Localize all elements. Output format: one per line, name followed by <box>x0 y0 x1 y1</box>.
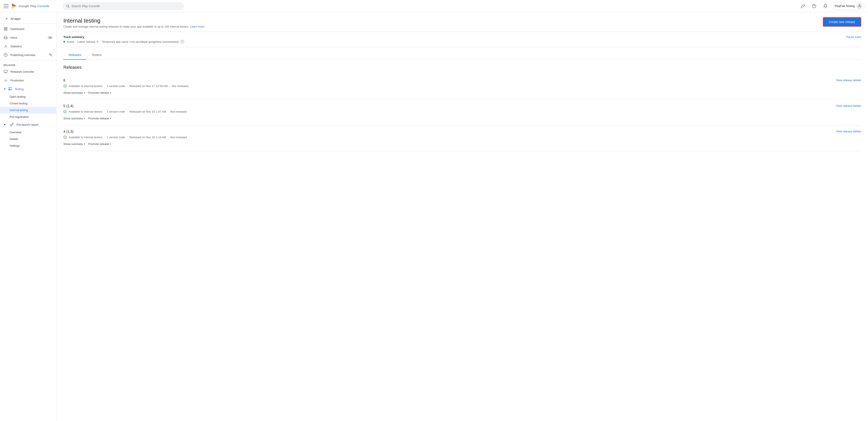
search-input[interactable] <box>71 4 181 8</box>
releases-overview-icon <box>3 69 8 74</box>
release-date: Released on Nov 16 1:47 AM <box>129 110 166 113</box>
pause-track-link[interactable]: Pause track <box>846 35 861 39</box>
user-name: PlayFab Testing <box>835 4 855 8</box>
view-release-details-link-3[interactable]: View release details <box>836 130 861 133</box>
learn-more-link[interactable]: Learn more <box>190 25 204 28</box>
sidebar-item-pre-launch[interactable]: ▼ Pre-launch report <box>0 120 56 129</box>
status-check-icon <box>63 84 67 88</box>
chevron-down-icon: ▾ <box>84 92 85 94</box>
chevron-down-icon: ▾ <box>84 117 85 120</box>
show-summary-button-3[interactable]: Show summary ▾ <box>63 141 85 147</box>
svg-point-8 <box>859 5 860 6</box>
sidebar-item-dashboard[interactable]: Dashboard <box>0 25 56 33</box>
release-status: Available to internal testers · 1 versio… <box>63 84 861 88</box>
svg-rect-11 <box>6 27 7 28</box>
track-info: Active · Latest release: 6 · Temporary a… <box>63 40 861 43</box>
sidebar-item-details[interactable]: Details <box>0 136 56 142</box>
sidebar-item-production[interactable]: Production <box>0 76 56 85</box>
page-title: Internal testing <box>63 18 205 24</box>
sidebar-item-publishing-overview[interactable]: Publishing overview <box>0 51 56 59</box>
track-active-dot <box>63 41 65 42</box>
google-play-logo-icon <box>11 3 18 9</box>
hamburger-menu-icon[interactable] <box>3 3 9 9</box>
sidebar-item-label: Inbox <box>10 36 18 39</box>
sidebar-item-inbox[interactable]: Inbox 10 <box>0 33 56 42</box>
pre-launch-expand-arrow-icon: ▼ <box>3 123 6 126</box>
search-bar[interactable] <box>63 2 184 10</box>
overview-label: Overview <box>9 131 21 134</box>
tab-testers[interactable]: Testers <box>86 51 106 60</box>
show-summary-button-2[interactable]: Show summary ▾ <box>63 116 85 121</box>
promote-release-button-1[interactable]: Promote release ▾ <box>88 90 111 95</box>
release-actions: Show summary ▾ Promote release ▾ <box>63 141 861 147</box>
release-version-code: 1 version code <box>106 110 125 113</box>
promote-release-button-2[interactable]: Promote release ▾ <box>88 116 111 121</box>
release-date: Released on Nov 16 1:14 AM <box>129 136 166 139</box>
sidebar-item-testing[interactable]: ▼ Testing <box>0 85 56 93</box>
svg-rect-20 <box>4 70 7 72</box>
sidebar-item-open-testing[interactable]: Open testing <box>0 93 56 100</box>
inbox-icon <box>3 35 8 40</box>
link-icon-btn[interactable] <box>799 2 807 10</box>
user-chip[interactable]: PlayFab Testing <box>833 2 865 10</box>
page-header: Internal testing Create and manage inter… <box>63 18 861 28</box>
release-review-status: Not reviewed <box>170 110 187 113</box>
sidebar-item-overview[interactable]: Overview <box>0 129 56 136</box>
tab-releases[interactable]: Releases <box>63 51 86 60</box>
track-info-icon[interactable]: ? <box>181 40 184 43</box>
track-status: Active <box>66 40 74 43</box>
show-summary-button-1[interactable]: Show summary ▾ <box>63 90 85 95</box>
notifications-icon-btn[interactable] <box>822 2 829 10</box>
help-icon-btn[interactable] <box>810 2 818 10</box>
track-summary-title: Track summary <box>63 35 84 39</box>
release-item: 4 (1.3) View release details Available t… <box>63 125 861 151</box>
details-label: Details <box>9 137 18 141</box>
open-testing-label: Open testing <box>9 95 26 98</box>
sidebar-item-label: Dashboard <box>10 27 24 31</box>
back-arrow-icon <box>5 17 9 21</box>
release-item: 6 View release details Available to inte… <box>63 74 861 100</box>
status-check-icon <box>63 135 67 139</box>
track-summary-header: Track summary Pause track <box>63 35 861 39</box>
sidebar-item-label: Releases overview <box>10 70 34 73</box>
promote-release-button-3[interactable]: Promote release ▾ <box>88 141 111 147</box>
chevron-down-icon: ▾ <box>110 143 111 145</box>
svg-point-4 <box>67 5 69 7</box>
sidebar-item-label: Pre-launch report <box>17 123 38 126</box>
notifications-icon <box>823 4 828 8</box>
svg-marker-2 <box>12 6 17 9</box>
track-latest-release: Latest release: 6 <box>78 40 98 43</box>
sidebar-item-internal-testing[interactable]: Internal testing <box>0 107 56 114</box>
publishing-overview-icon <box>3 53 8 57</box>
release-version: 4 (1.3) <box>63 130 73 134</box>
pre-launch-icon <box>9 122 14 127</box>
release-status-text: Available to internal testers <box>69 136 102 139</box>
publishing-overview-alert-icon <box>49 53 53 57</box>
tabs: Releases Testers <box>63 51 861 60</box>
testing-expand-arrow-icon: ▼ <box>3 88 6 91</box>
sidebar-item-statistics[interactable]: Statistics <box>0 42 56 51</box>
releases-title: Releases <box>63 65 861 70</box>
help-icon <box>812 4 816 8</box>
search-icon <box>66 4 70 8</box>
main-content: Internal testing Create and manage inter… <box>57 12 868 421</box>
sidebar-item-releases-overview[interactable]: Releases overview <box>0 67 56 76</box>
all-apps-nav[interactable]: All apps <box>2 15 55 23</box>
view-release-details-link-1[interactable]: View release details <box>836 78 861 82</box>
sidebar-item-label: Publishing overview <box>10 54 35 57</box>
create-new-release-button[interactable]: Create new release <box>823 18 861 27</box>
release-status: Available to internal testers · 1 versio… <box>63 110 861 113</box>
logo-area: Google Play Console <box>11 3 49 9</box>
link-icon <box>801 4 805 8</box>
sidebar-item-label: Testing <box>15 88 24 91</box>
release-item: 5 (1.4) View release details Available t… <box>63 100 861 125</box>
sidebar-item-pre-registration[interactable]: Pre-registration <box>0 114 56 120</box>
status-check-icon <box>63 110 67 113</box>
view-release-details-link-2[interactable]: View release details <box>836 104 861 107</box>
release-header: 5 (1.4) View release details <box>63 104 861 110</box>
sidebar-item-settings[interactable]: Settings <box>0 142 56 149</box>
logo-text: Google Play Console <box>19 4 49 8</box>
sidebar-item-closed-testing[interactable]: Closed testing <box>0 100 56 107</box>
release-status-text: Available to internal testers <box>69 85 102 88</box>
release-status-text: Available to internal testers <box>69 110 102 113</box>
